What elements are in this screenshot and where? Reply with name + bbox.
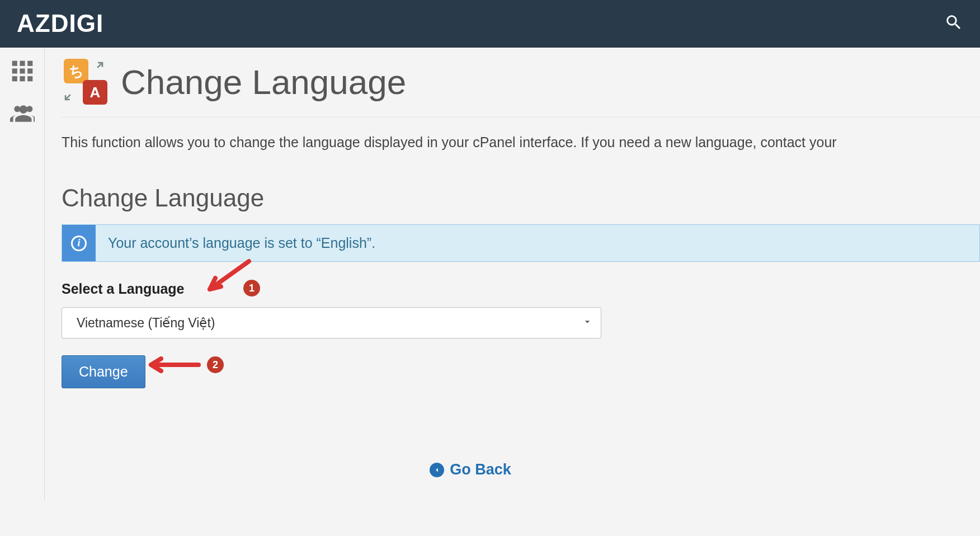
brand-logo[interactable]: AZDIGI — [17, 10, 103, 37]
info-banner: i Your account’s language is set to “Eng… — [62, 224, 980, 262]
svg-rect-0 — [12, 61, 17, 66]
change-language-icon: ち A — [62, 59, 107, 105]
page-title: Change Language — [121, 62, 406, 102]
annotation-badge-2: 2 — [207, 356, 224, 373]
svg-rect-5 — [27, 68, 32, 73]
svg-rect-7 — [20, 76, 25, 81]
apps-grid-icon[interactable] — [9, 58, 36, 84]
svg-rect-6 — [12, 76, 17, 81]
page-title-row: ち A Change Language — [62, 59, 980, 117]
svg-rect-1 — [20, 61, 25, 66]
language-select-value: Vietnamese (Tiếng Việt) — [77, 316, 582, 331]
svg-rect-3 — [12, 68, 17, 73]
language-select[interactable]: Vietnamese (Tiếng Việt) — [62, 307, 601, 338]
left-sidebar — [0, 48, 45, 501]
info-icon: i — [62, 225, 96, 261]
main-content: ち A Change Language This function allows… — [45, 48, 980, 501]
section-heading: Change Language — [62, 184, 980, 212]
language-form: Select a Language Vietnamese (Tiếng Việt… — [62, 281, 980, 388]
search-icon[interactable] — [944, 13, 963, 34]
svg-rect-2 — [27, 61, 32, 66]
select-language-label: Select a Language — [62, 281, 980, 297]
annotation-arrow-2 — [145, 356, 201, 375]
svg-rect-4 — [20, 68, 25, 73]
go-back-link[interactable]: Go Back — [430, 461, 511, 478]
users-icon[interactable] — [9, 100, 36, 127]
top-bar: AZDIGI — [0, 0, 980, 48]
intro-text: This function allows you to change the l… — [62, 117, 980, 184]
svg-rect-8 — [27, 76, 32, 81]
chevron-down-icon — [582, 316, 593, 331]
info-banner-text: Your account’s language is set to “Engli… — [96, 225, 388, 261]
go-back-label: Go Back — [450, 461, 511, 478]
arrow-left-circle-icon — [430, 463, 444, 477]
change-button[interactable]: Change — [62, 355, 145, 388]
